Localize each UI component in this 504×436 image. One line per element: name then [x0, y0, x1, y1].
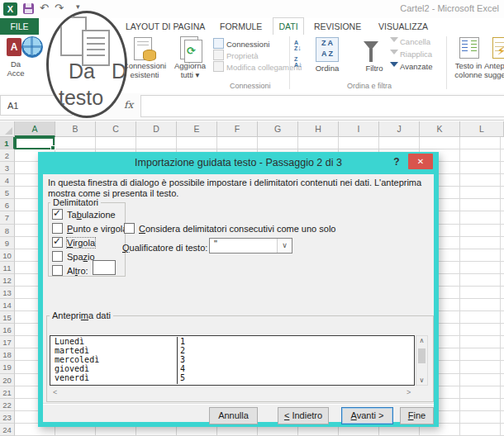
ordina-icon[interactable]: Z AA Z	[316, 37, 339, 62]
row-header-9[interactable]: 9	[0, 237, 15, 249]
row-header-8[interactable]: 8	[0, 225, 15, 237]
testo-in-colonne-button[interactable]: Testo in colonne	[449, 61, 487, 79]
column-header-J[interactable]: J	[379, 121, 420, 137]
menu-connessioni-label: Connessioni	[226, 40, 269, 49]
column-header-B[interactable]: B	[55, 121, 96, 137]
checkbox-punto-e-virgola[interactable]: Punto e virgola	[52, 223, 127, 234]
menu-connessioni[interactable]: Connessioni	[213, 38, 269, 49]
column-header-I[interactable]: I	[339, 121, 379, 137]
filtro-button[interactable]: Filtro	[360, 64, 388, 73]
punto-e-virgola-checkbox-icon[interactable]	[52, 223, 63, 234]
tab-revisione[interactable]: REVISIONE	[314, 18, 361, 35]
checkbox-virgola[interactable]: Virgola	[52, 237, 95, 248]
qualificatore-combobox[interactable]: " ∨	[209, 238, 292, 254]
sort-az-icon[interactable]: AZ↓	[294, 40, 307, 51]
row-header-12[interactable]: 12	[0, 274, 15, 287]
tab-formule[interactable]: FORMULE	[220, 18, 262, 35]
column-header-G[interactable]: G	[258, 121, 298, 137]
row-header-19[interactable]: 19	[0, 361, 15, 373]
row-header-5[interactable]: 5	[0, 187, 15, 199]
column-header-A[interactable]: A	[15, 121, 55, 137]
row-header-14[interactable]: 14	[0, 299, 15, 311]
scroll-up-icon[interactable]: ∧	[416, 337, 427, 344]
data-preview-box[interactable]: Lunedì martedì mercoledì giovedì venerdì…	[50, 335, 415, 386]
preview-value: 2	[180, 346, 185, 355]
select-all-corner[interactable]	[0, 121, 15, 137]
column-header-C[interactable]: C	[96, 121, 136, 137]
preview-vertical-scrollbar[interactable]: ∧ ∨	[416, 335, 428, 386]
ordina-button[interactable]: Ordina	[311, 64, 344, 73]
row-header-11[interactable]: 11	[0, 262, 15, 274]
row-header-21[interactable]: 21	[0, 386, 15, 399]
scroll-right-icon[interactable]: >	[407, 388, 411, 396]
dialog-help-button[interactable]: ?	[390, 156, 403, 168]
row-header-7[interactable]: 7	[0, 211, 15, 224]
row-header-17[interactable]: 17	[0, 336, 15, 348]
quick-access-dropdown-icon[interactable]: ▾	[76, 2, 80, 11]
virgola-checkbox-icon[interactable]	[52, 237, 63, 248]
tab-visualizza[interactable]: VISUALIZZA	[378, 18, 428, 35]
tab-file[interactable]: FILE	[0, 18, 39, 35]
formula-input[interactable]	[140, 95, 504, 117]
undo-icon[interactable]: ↶	[40, 2, 49, 14]
row-header-15[interactable]: 15	[0, 311, 15, 324]
connessioni-esistenti-button[interactable]: Connessioni esistenti	[121, 61, 169, 79]
column-header-D[interactable]: D	[136, 121, 177, 137]
text-to-columns-icon[interactable]	[459, 37, 479, 59]
scroll-left-icon[interactable]: <	[53, 388, 57, 396]
avanzate-button[interactable]: Avanzate	[390, 62, 432, 71]
row-header-10[interactable]: 10	[0, 249, 15, 262]
row-header-20[interactable]: 20	[0, 374, 15, 386]
row-header-13[interactable]: 13	[0, 287, 15, 299]
row-headers[interactable]: 123456789101112131415161718192021222324	[0, 137, 15, 436]
row-header-24[interactable]: 24	[0, 424, 15, 436]
scrollbar-thumb[interactable]	[418, 348, 426, 363]
checkbox-considera-consecutivi[interactable]: Considera delimitatori consecutivi come …	[124, 223, 335, 234]
aggiorna-tutti-button[interactable]: Aggiorna tutti ▾	[170, 61, 210, 79]
row-header-22[interactable]: 22	[0, 399, 15, 411]
row-header-4[interactable]: 4	[0, 174, 15, 187]
fine-button[interactable]: Fine	[400, 407, 434, 424]
altro-textbox[interactable]	[93, 260, 116, 275]
indietro-button[interactable]: < Indietro	[278, 407, 329, 424]
row-header-16[interactable]: 16	[0, 324, 15, 336]
save-icon[interactable]	[23, 3, 34, 14]
row-header-18[interactable]: 18	[0, 348, 15, 361]
column-header-H[interactable]: H	[298, 121, 339, 137]
column-header-E[interactable]: E	[177, 121, 217, 137]
tab-layout-di-pagina[interactable]: LAYOUT DI PAGINA	[126, 18, 205, 35]
anteprima-suggerimenti-button[interactable]: Anteprima suggeriment	[484, 61, 504, 79]
column-header-F[interactable]: F	[217, 121, 258, 137]
da-access-icon[interactable]: A	[7, 38, 21, 56]
annulla-button[interactable]: Annulla	[209, 407, 258, 424]
row-header-23[interactable]: 23	[0, 411, 15, 424]
column-header-K[interactable]: K	[420, 121, 460, 137]
column-headers[interactable]: ABCDEFGHIJKL	[15, 121, 504, 137]
tabulazione-checkbox-icon[interactable]	[52, 209, 63, 220]
insert-function-icon[interactable]: fx	[124, 99, 133, 111]
column-break-line[interactable]	[177, 337, 178, 384]
scroll-down-icon[interactable]: ∨	[416, 377, 427, 384]
checkbox-tabulazione[interactable]: Tabulazione	[52, 209, 116, 220]
connessioni-esistenti-icon[interactable]	[134, 37, 152, 60]
considera-checkbox-icon[interactable]	[124, 223, 135, 234]
da-access-button[interactable]: Da Acce	[2, 59, 30, 78]
altro-checkbox-icon[interactable]	[52, 265, 63, 276]
tab-dati-active[interactable]: DATI	[273, 17, 304, 36]
redo-icon[interactable]: ↷	[55, 2, 64, 14]
column-header-L[interactable]: L	[460, 121, 504, 137]
row-header-2[interactable]: 2	[0, 149, 15, 162]
selected-cell-a1[interactable]	[15, 137, 55, 149]
combobox-dropdown-icon[interactable]: ∨	[277, 239, 292, 253]
spazio-checkbox-icon[interactable]	[52, 251, 63, 262]
sort-za-icon[interactable]: ZA↓	[294, 56, 307, 68]
row-header-6[interactable]: 6	[0, 199, 15, 211]
row-header-3[interactable]: 3	[0, 162, 15, 174]
filter-funnel-icon[interactable]	[364, 41, 378, 50]
row-header-1[interactable]: 1	[0, 137, 15, 149]
checkbox-altro[interactable]: Altro:	[52, 265, 88, 276]
avanti-button[interactable]: Avanti >	[341, 407, 393, 424]
da-web-globe-icon[interactable]	[21, 36, 43, 58]
checkbox-spazio[interactable]: Spazio	[52, 251, 95, 262]
dialog-close-button[interactable]: ✕	[408, 154, 433, 169]
